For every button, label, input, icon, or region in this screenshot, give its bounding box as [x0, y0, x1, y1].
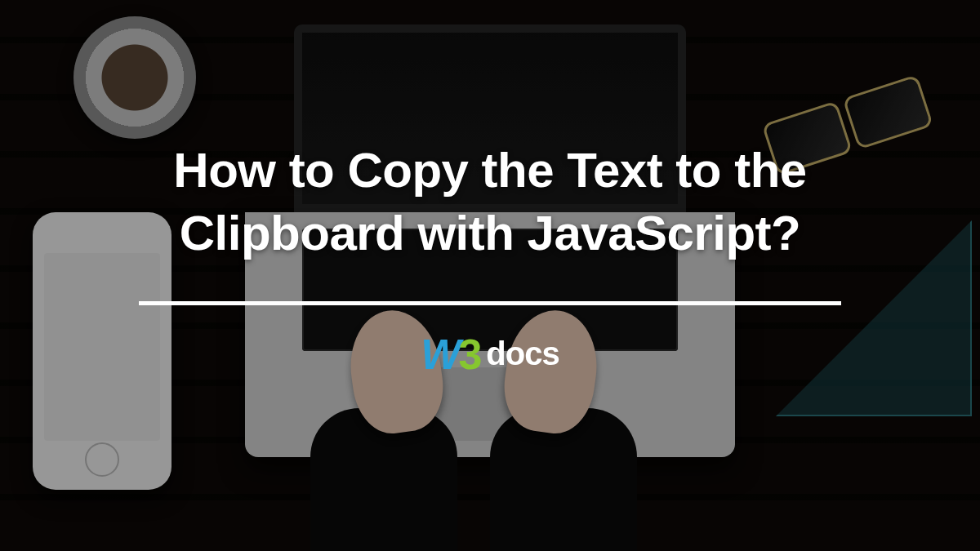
- hero-content: How to Copy the Text to the Clipboard wi…: [0, 0, 980, 551]
- logo-w: W: [421, 330, 460, 379]
- page-title: How to Copy the Text to the Clipboard wi…: [57, 140, 923, 265]
- logo-3: 3: [458, 330, 481, 379]
- logo-docs: docs: [486, 335, 559, 372]
- brand-logo: W 3 docs: [421, 330, 559, 379]
- divider: [139, 301, 841, 305]
